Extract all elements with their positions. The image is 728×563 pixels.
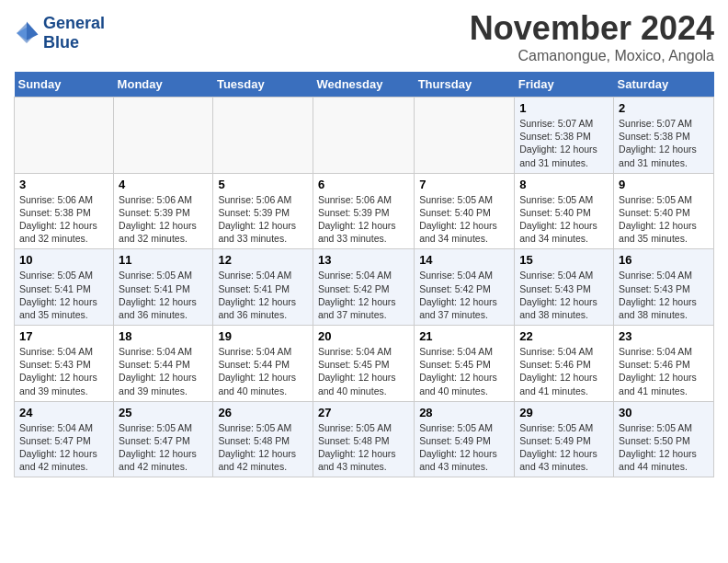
calendar-day-cell [114,98,213,174]
day-info: Sunrise: 5:07 AM Sunset: 5:38 PM Dayligh… [519,117,609,169]
calendar-day-cell: 8Sunrise: 5:05 AM Sunset: 5:40 PM Daylig… [515,173,614,249]
weekday-header-cell: Saturday [614,72,714,98]
calendar-day-cell: 26Sunrise: 5:05 AM Sunset: 5:48 PM Dayli… [213,401,313,477]
day-number: 14 [419,253,509,267]
calendar-day-cell: 13Sunrise: 5:04 AM Sunset: 5:42 PM Dayli… [313,249,414,326]
weekday-header-cell: Tuesday [213,72,313,98]
calendar-week-row: 10Sunrise: 5:05 AM Sunset: 5:41 PM Dayli… [15,249,714,326]
day-number: 6 [318,178,409,191]
weekday-header-cell: Monday [114,72,213,98]
day-number: 17 [19,329,108,343]
day-info: Sunrise: 5:05 AM Sunset: 5:41 PM Dayligh… [19,269,108,321]
day-info: Sunrise: 5:04 AM Sunset: 5:45 PM Dayligh… [318,345,409,397]
day-number: 7 [419,178,509,191]
calendar-day-cell: 9Sunrise: 5:05 AM Sunset: 5:40 PM Daylig… [614,173,714,249]
calendar-day-cell [313,98,414,174]
weekday-header-cell: Thursday [415,72,515,98]
calendar-body: 1Sunrise: 5:07 AM Sunset: 5:38 PM Daylig… [15,98,714,477]
day-number: 21 [419,329,509,343]
day-info: Sunrise: 5:05 AM Sunset: 5:49 PM Dayligh… [519,421,609,474]
calendar-day-cell: 7Sunrise: 5:05 AM Sunset: 5:40 PM Daylig… [415,173,515,249]
calendar-day-cell: 27Sunrise: 5:05 AM Sunset: 5:48 PM Dayli… [313,401,414,477]
day-number: 3 [19,178,108,191]
calendar-day-cell: 29Sunrise: 5:05 AM Sunset: 5:49 PM Dayli… [515,401,614,477]
day-info: Sunrise: 5:05 AM Sunset: 5:48 PM Dayligh… [218,421,308,474]
day-number: 4 [119,178,208,191]
day-number: 23 [619,329,709,343]
calendar-day-cell [15,98,114,174]
calendar-week-row: 17Sunrise: 5:04 AM Sunset: 5:43 PM Dayli… [15,326,714,402]
day-info: Sunrise: 5:04 AM Sunset: 5:43 PM Dayligh… [19,345,108,397]
calendar-day-cell: 16Sunrise: 5:04 AM Sunset: 5:43 PM Dayli… [614,249,714,326]
calendar-day-cell: 6Sunrise: 5:06 AM Sunset: 5:39 PM Daylig… [313,173,414,249]
day-info: Sunrise: 5:04 AM Sunset: 5:43 PM Dayligh… [619,269,709,321]
day-info: Sunrise: 5:05 AM Sunset: 5:48 PM Dayligh… [318,421,409,474]
calendar-day-cell: 18Sunrise: 5:04 AM Sunset: 5:44 PM Dayli… [114,326,213,402]
day-number: 16 [619,253,709,267]
calendar-day-cell: 20Sunrise: 5:04 AM Sunset: 5:45 PM Dayli… [313,326,414,402]
day-number: 20 [318,329,409,343]
calendar-day-cell: 15Sunrise: 5:04 AM Sunset: 5:43 PM Dayli… [515,249,614,326]
day-info: Sunrise: 5:05 AM Sunset: 5:41 PM Dayligh… [119,269,208,321]
calendar-day-cell: 17Sunrise: 5:04 AM Sunset: 5:43 PM Dayli… [15,326,114,402]
day-info: Sunrise: 5:04 AM Sunset: 5:42 PM Dayligh… [318,269,409,321]
day-info: Sunrise: 5:04 AM Sunset: 5:44 PM Dayligh… [119,345,208,397]
day-number: 29 [519,406,609,419]
day-number: 30 [619,406,709,419]
day-number: 5 [218,178,308,191]
calendar-week-row: 24Sunrise: 5:04 AM Sunset: 5:47 PM Dayli… [15,401,714,477]
month-title: November 2024 [470,9,714,48]
calendar-day-cell: 14Sunrise: 5:04 AM Sunset: 5:42 PM Dayli… [415,249,515,326]
calendar-day-cell: 22Sunrise: 5:04 AM Sunset: 5:46 PM Dayli… [515,326,614,402]
weekday-header-row: SundayMondayTuesdayWednesdayThursdayFrid… [15,72,714,98]
day-info: Sunrise: 5:06 AM Sunset: 5:39 PM Dayligh… [218,193,308,246]
day-number: 2 [619,101,709,115]
day-number: 13 [318,253,409,267]
calendar-day-cell: 23Sunrise: 5:04 AM Sunset: 5:46 PM Dayli… [614,326,714,402]
day-number: 22 [519,329,609,343]
day-number: 11 [119,253,208,267]
logo: General Blue [14,14,105,52]
day-info: Sunrise: 5:05 AM Sunset: 5:40 PM Dayligh… [619,193,709,246]
calendar-week-row: 3Sunrise: 5:06 AM Sunset: 5:38 PM Daylig… [15,173,714,249]
day-info: Sunrise: 5:04 AM Sunset: 5:41 PM Dayligh… [218,269,308,321]
day-info: Sunrise: 5:07 AM Sunset: 5:38 PM Dayligh… [619,117,709,169]
weekday-header-cell: Friday [515,72,614,98]
logo-text: General Blue [43,14,105,52]
day-info: Sunrise: 5:04 AM Sunset: 5:43 PM Dayligh… [519,269,609,321]
calendar-day-cell: 19Sunrise: 5:04 AM Sunset: 5:44 PM Dayli… [213,326,313,402]
calendar-week-row: 1Sunrise: 5:07 AM Sunset: 5:38 PM Daylig… [15,98,714,174]
day-number: 27 [318,406,409,419]
day-info: Sunrise: 5:04 AM Sunset: 5:46 PM Dayligh… [619,345,709,397]
calendar-day-cell: 3Sunrise: 5:06 AM Sunset: 5:38 PM Daylig… [15,173,114,249]
calendar-day-cell: 28Sunrise: 5:05 AM Sunset: 5:49 PM Dayli… [415,401,515,477]
header-row: General Blue November 2024 Camanongue, M… [14,9,714,64]
calendar-day-cell: 25Sunrise: 5:05 AM Sunset: 5:47 PM Dayli… [114,401,213,477]
day-number: 24 [19,406,108,419]
calendar-day-cell: 1Sunrise: 5:07 AM Sunset: 5:38 PM Daylig… [515,98,614,174]
day-number: 1 [519,101,609,115]
day-number: 9 [619,178,709,191]
day-info: Sunrise: 5:06 AM Sunset: 5:39 PM Dayligh… [119,193,208,246]
day-info: Sunrise: 5:04 AM Sunset: 5:44 PM Dayligh… [218,345,308,397]
day-number: 8 [519,178,609,191]
calendar-day-cell: 24Sunrise: 5:04 AM Sunset: 5:47 PM Dayli… [15,401,114,477]
day-info: Sunrise: 5:06 AM Sunset: 5:38 PM Dayligh… [19,193,108,246]
calendar-container: General Blue November 2024 Camanongue, M… [0,0,728,487]
day-info: Sunrise: 5:04 AM Sunset: 5:45 PM Dayligh… [419,345,509,397]
day-info: Sunrise: 5:06 AM Sunset: 5:39 PM Dayligh… [318,193,409,246]
day-info: Sunrise: 5:04 AM Sunset: 5:42 PM Dayligh… [419,269,509,321]
logo-icon [14,20,40,46]
location-subtitle: Camanongue, Moxico, Angola [470,48,714,64]
day-number: 15 [519,253,609,267]
day-number: 25 [119,406,208,419]
title-block: November 2024 Camanongue, Moxico, Angola [470,9,714,64]
day-number: 26 [218,406,308,419]
day-info: Sunrise: 5:04 AM Sunset: 5:46 PM Dayligh… [519,345,609,397]
calendar-day-cell: 10Sunrise: 5:05 AM Sunset: 5:41 PM Dayli… [15,249,114,326]
calendar-day-cell [213,98,313,174]
day-info: Sunrise: 5:05 AM Sunset: 5:49 PM Dayligh… [419,421,509,474]
day-number: 18 [119,329,208,343]
weekday-header-cell: Sunday [15,72,114,98]
day-info: Sunrise: 5:04 AM Sunset: 5:47 PM Dayligh… [19,421,108,474]
